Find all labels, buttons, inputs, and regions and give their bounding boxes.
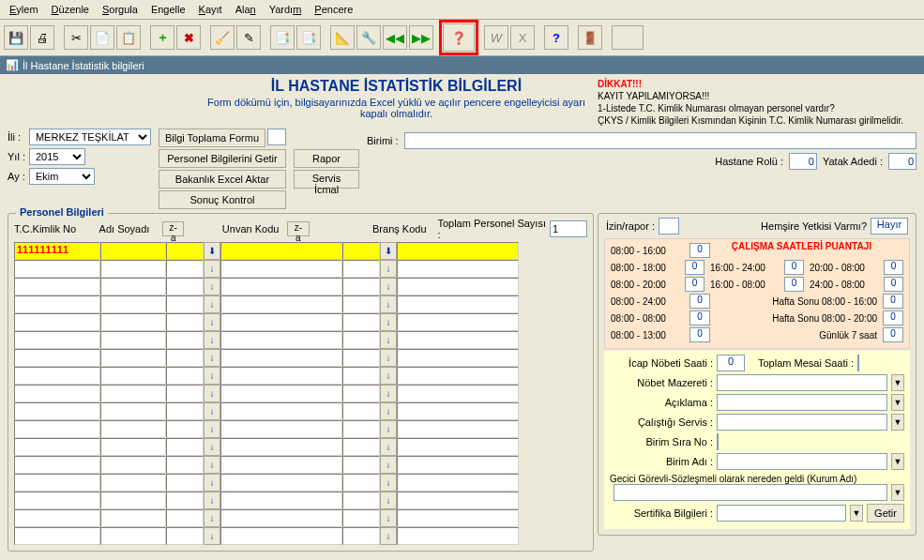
cell-unvan[interactable] <box>220 385 342 402</box>
servis-icmal-button[interactable]: Servis İcmal <box>294 170 359 189</box>
download-icon[interactable]: ↓ <box>204 438 220 456</box>
cell-branskod[interactable] <box>342 295 380 313</box>
cell-brans[interactable] <box>397 420 519 438</box>
cell-unvan[interactable] <box>220 331 342 349</box>
cell-unvankod[interactable] <box>166 278 204 295</box>
cell-tc[interactable] <box>14 313 100 331</box>
nobet-mazereti-input[interactable] <box>717 374 887 391</box>
cell-tc[interactable] <box>14 367 100 385</box>
bakanlik-aktar-button[interactable]: Bakanlık Excel Aktar <box>159 170 286 189</box>
cell-brans[interactable] <box>397 260 519 278</box>
cell-tc[interactable] <box>14 456 100 474</box>
cell-unvankod[interactable] <box>166 349 204 367</box>
download-icon[interactable]: ↓ <box>204 492 220 509</box>
cell-tc[interactable] <box>14 420 100 438</box>
bilgi-toplama-button[interactable]: Bilgi Toplama Formu <box>159 129 265 147</box>
cell-brans[interactable] <box>397 385 519 402</box>
download-icon[interactable]: ↓ <box>204 402 220 420</box>
cell-tc[interactable] <box>14 260 100 278</box>
cell-unvankod[interactable] <box>166 420 204 438</box>
getir-button[interactable]: Getir <box>867 504 904 522</box>
rapor-button[interactable]: Rapor <box>294 149 359 168</box>
download-icon[interactable]: ↓ <box>380 474 397 492</box>
cell-brans[interactable] <box>397 242 519 260</box>
yil-select[interactable]: 2015 <box>29 148 85 165</box>
aciklama-dropdown-icon[interactable]: ▼ <box>891 394 904 411</box>
cell-brans[interactable] <box>397 474 519 492</box>
menu-kayit[interactable]: Kayıt <box>193 2 228 17</box>
cell-branskod[interactable] <box>342 474 380 492</box>
cell-branskod[interactable] <box>342 509 380 527</box>
download-icon[interactable]: ↓ <box>204 420 220 438</box>
cell-brans[interactable] <box>397 349 519 367</box>
birim-adi-input[interactable] <box>717 453 887 470</box>
download-icon[interactable]: ↓ <box>380 527 397 545</box>
hemsire-value[interactable]: Hayır <box>871 218 908 235</box>
cell-branskod[interactable] <box>342 527 380 545</box>
download-icon[interactable]: ↓ <box>380 509 397 527</box>
copy-icon[interactable]: 📄 <box>90 25 114 50</box>
cell-unvan[interactable] <box>220 242 342 260</box>
cell-tc[interactable] <box>14 492 100 509</box>
punt-value[interactable]: 0 <box>689 327 710 342</box>
cell-brans[interactable] <box>397 509 519 527</box>
cell-unvan[interactable] <box>220 509 342 527</box>
blank-icon[interactable] <box>612 25 644 50</box>
birim-adi-dropdown-icon[interactable]: ▼ <box>891 453 904 470</box>
add-icon[interactable]: ＋ <box>150 25 174 50</box>
cell-unvankod[interactable] <box>166 331 204 349</box>
cell-unvankod[interactable] <box>166 367 204 385</box>
birimi-input[interactable] <box>404 132 916 149</box>
doc1-icon[interactable]: 📑 <box>270 25 295 50</box>
sertifika-dropdown-icon[interactable]: ▼ <box>850 505 863 522</box>
birim-sira-input[interactable] <box>717 433 719 450</box>
cell-tc[interactable] <box>14 278 100 295</box>
cell-unvan[interactable] <box>220 349 342 367</box>
cell-adi[interactable] <box>100 278 166 295</box>
punt-value[interactable]: 0 <box>685 277 704 292</box>
download-icon[interactable]: ↓ <box>380 438 397 456</box>
download-icon[interactable]: ↓ <box>380 367 397 385</box>
icap-value[interactable]: 0 <box>717 355 745 371</box>
aciklama-input[interactable] <box>717 394 887 411</box>
cell-tc[interactable] <box>14 438 100 456</box>
punt-value[interactable]: 0 <box>689 243 710 258</box>
download-icon[interactable]: ↓ <box>204 260 220 278</box>
cell-unvankod[interactable] <box>166 509 204 527</box>
cell-tc[interactable] <box>14 385 100 402</box>
save-icon[interactable]: 💾 <box>4 25 28 50</box>
cell-branskod[interactable] <box>342 349 380 367</box>
tool2-icon[interactable]: 🔧 <box>356 25 381 50</box>
cell-branskod[interactable] <box>342 278 380 295</box>
download-icon[interactable]: ↓ <box>204 349 220 367</box>
calistigi-servis-input[interactable] <box>717 414 887 431</box>
cell-adi[interactable] <box>100 420 166 438</box>
cell-tc[interactable] <box>14 349 100 367</box>
download-icon[interactable]: ↓ <box>380 492 397 509</box>
cell-tc[interactable] <box>14 527 100 545</box>
cell-adi[interactable] <box>100 295 166 313</box>
cell-unvankod[interactable] <box>166 385 204 402</box>
gecici-dropdown-icon[interactable]: ▼ <box>891 484 904 501</box>
clear-icon[interactable]: 🧹 <box>210 25 235 50</box>
cell-adi[interactable] <box>100 527 166 545</box>
download-icon[interactable]: ↓ <box>380 349 397 367</box>
prev-icon[interactable]: ◀◀ <box>383 25 407 50</box>
cell-brans[interactable] <box>397 367 519 385</box>
cell-branskod[interactable] <box>342 420 380 438</box>
cell-adi[interactable] <box>100 402 166 420</box>
cell-branskod[interactable] <box>342 367 380 385</box>
next-icon[interactable]: ▶▶ <box>409 25 433 50</box>
cell-unvan[interactable] <box>220 420 342 438</box>
download-icon[interactable]: ↓ <box>380 260 397 278</box>
cell-unvan[interactable] <box>220 456 342 474</box>
cell-brans[interactable] <box>397 331 519 349</box>
cell-adi[interactable] <box>100 242 166 260</box>
word-icon[interactable]: W <box>484 25 508 50</box>
cut-icon[interactable]: ✂ <box>64 25 88 50</box>
gecici-input[interactable] <box>613 484 887 501</box>
cell-tc[interactable] <box>14 331 100 349</box>
cell-tc[interactable]: 111111111 <box>14 242 100 260</box>
download-icon[interactable]: ↓ <box>204 278 220 295</box>
cell-adi[interactable] <box>100 509 166 527</box>
